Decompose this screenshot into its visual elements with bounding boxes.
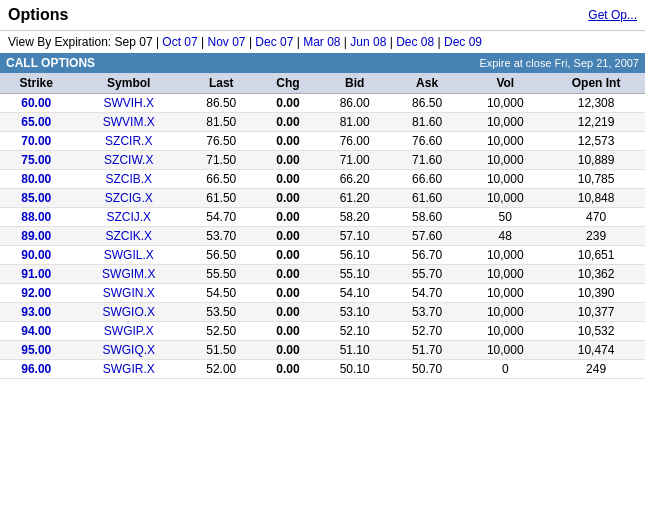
- page-title: Options: [8, 6, 68, 24]
- last-value: 81.50: [185, 113, 257, 132]
- symbol-link[interactable]: SZCIJ.X: [106, 210, 151, 224]
- last-value: 76.50: [185, 132, 257, 151]
- section-header: CALL OPTIONS Expire at close Fri, Sep 21…: [0, 53, 645, 73]
- ask-value: 50.70: [391, 360, 463, 379]
- symbol-link[interactable]: SZCIR.X: [105, 134, 152, 148]
- page-header: Options Get Op...: [0, 0, 645, 31]
- expiration-link-dec-09[interactable]: Dec 09: [444, 35, 482, 49]
- last-value: 66.50: [185, 170, 257, 189]
- strike-link[interactable]: 85.00: [21, 191, 51, 205]
- column-header-vol: Vol: [463, 73, 547, 94]
- table-row: 60.00SWVIH.X86.500.0086.0086.5010,00012,…: [0, 94, 645, 113]
- expiration-link-oct-07[interactable]: Oct 07: [162, 35, 197, 49]
- vol-value: 48: [463, 227, 547, 246]
- strike-link[interactable]: 93.00: [21, 305, 51, 319]
- expiration-link-dec-07[interactable]: Dec 07: [255, 35, 293, 49]
- separator: |: [341, 35, 351, 49]
- chg-value: 0.00: [258, 322, 319, 341]
- strike-link[interactable]: 65.00: [21, 115, 51, 129]
- symbol-link[interactable]: SWGIP.X: [104, 324, 154, 338]
- expiration-links: | Oct 07 | Nov 07 | Dec 07 | Mar 08 | Ju…: [156, 35, 482, 49]
- separator: |: [293, 35, 303, 49]
- table-row: 96.00SWGIR.X52.000.0050.1050.700249: [0, 360, 645, 379]
- bid-value: 50.10: [318, 360, 390, 379]
- strike-link[interactable]: 96.00: [21, 362, 51, 376]
- ask-value: 71.60: [391, 151, 463, 170]
- symbol-link[interactable]: SWGIM.X: [102, 267, 155, 281]
- bid-value: 53.10: [318, 303, 390, 322]
- table-row: 75.00SZCIW.X71.500.0071.0071.6010,00010,…: [0, 151, 645, 170]
- symbol-link[interactable]: SZCIG.X: [105, 191, 153, 205]
- vol-value: 50: [463, 208, 547, 227]
- get-options-link[interactable]: Get Op...: [588, 8, 637, 22]
- strike-link[interactable]: 70.00: [21, 134, 51, 148]
- table-row: 70.00SZCIR.X76.500.0076.0076.6010,00012,…: [0, 132, 645, 151]
- strike-link[interactable]: 75.00: [21, 153, 51, 167]
- symbol-link[interactable]: SZCIW.X: [104, 153, 153, 167]
- ask-value: 86.50: [391, 94, 463, 113]
- open-int-value: 470: [547, 208, 645, 227]
- last-value: 53.70: [185, 227, 257, 246]
- table-header-row: StrikeSymbolLastChgBidAskVolOpen Int: [0, 73, 645, 94]
- vol-value: 10,000: [463, 132, 547, 151]
- table-body: 60.00SWVIH.X86.500.0086.0086.5010,00012,…: [0, 94, 645, 379]
- table-row: 90.00SWGIL.X56.500.0056.1056.7010,00010,…: [0, 246, 645, 265]
- open-int-value: 10,474: [547, 341, 645, 360]
- symbol-link[interactable]: SWGIL.X: [104, 248, 154, 262]
- last-value: 56.50: [185, 246, 257, 265]
- strike-link[interactable]: 80.00: [21, 172, 51, 186]
- chg-value: 0.00: [258, 341, 319, 360]
- symbol-link[interactable]: SZCIK.X: [105, 229, 152, 243]
- symbol-link[interactable]: SWVIH.X: [103, 96, 154, 110]
- symbol-link[interactable]: SWGIO.X: [102, 305, 155, 319]
- strike-link[interactable]: 94.00: [21, 324, 51, 338]
- table-row: 89.00SZCIK.X53.700.0057.1057.6048239: [0, 227, 645, 246]
- separator: |: [386, 35, 396, 49]
- strike-link[interactable]: 95.00: [21, 343, 51, 357]
- strike-link[interactable]: 91.00: [21, 267, 51, 281]
- expiration-link-dec-08[interactable]: Dec 08: [396, 35, 434, 49]
- open-int-value: 10,390: [547, 284, 645, 303]
- symbol-link[interactable]: SWGIN.X: [103, 286, 155, 300]
- bid-value: 52.10: [318, 322, 390, 341]
- ask-value: 53.70: [391, 303, 463, 322]
- strike-link[interactable]: 60.00: [21, 96, 51, 110]
- column-header-bid: Bid: [318, 73, 390, 94]
- open-int-value: 10,785: [547, 170, 645, 189]
- ask-value: 58.60: [391, 208, 463, 227]
- expiration-link-jun-08[interactable]: Jun 08: [350, 35, 386, 49]
- symbol-link[interactable]: SWGIR.X: [103, 362, 155, 376]
- column-header-symbol: Symbol: [72, 73, 185, 94]
- strike-link[interactable]: 89.00: [21, 229, 51, 243]
- bid-value: 57.10: [318, 227, 390, 246]
- expiration-link-mar-08[interactable]: Mar 08: [303, 35, 340, 49]
- strike-link[interactable]: 90.00: [21, 248, 51, 262]
- vol-value: 0: [463, 360, 547, 379]
- table-row: 80.00SZCIB.X66.500.0066.2066.6010,00010,…: [0, 170, 645, 189]
- last-value: 54.70: [185, 208, 257, 227]
- last-value: 55.50: [185, 265, 257, 284]
- open-int-value: 10,532: [547, 322, 645, 341]
- bid-value: 61.20: [318, 189, 390, 208]
- ask-value: 57.60: [391, 227, 463, 246]
- ask-value: 81.60: [391, 113, 463, 132]
- open-int-value: 10,889: [547, 151, 645, 170]
- table-row: 93.00SWGIO.X53.500.0053.1053.7010,00010,…: [0, 303, 645, 322]
- bid-value: 58.20: [318, 208, 390, 227]
- symbol-link[interactable]: SWVIM.X: [103, 115, 155, 129]
- open-int-value: 10,848: [547, 189, 645, 208]
- vol-value: 10,000: [463, 284, 547, 303]
- symbol-link[interactable]: SZCIB.X: [105, 172, 152, 186]
- ask-value: 61.60: [391, 189, 463, 208]
- symbol-link[interactable]: SWGIQ.X: [102, 343, 155, 357]
- last-value: 53.50: [185, 303, 257, 322]
- expiration-link-nov-07[interactable]: Nov 07: [208, 35, 246, 49]
- strike-link[interactable]: 88.00: [21, 210, 51, 224]
- bid-value: 54.10: [318, 284, 390, 303]
- strike-link[interactable]: 92.00: [21, 286, 51, 300]
- open-int-value: 12,219: [547, 113, 645, 132]
- last-value: 61.50: [185, 189, 257, 208]
- last-value: 51.50: [185, 341, 257, 360]
- section-title: CALL OPTIONS: [6, 56, 95, 70]
- bid-value: 71.00: [318, 151, 390, 170]
